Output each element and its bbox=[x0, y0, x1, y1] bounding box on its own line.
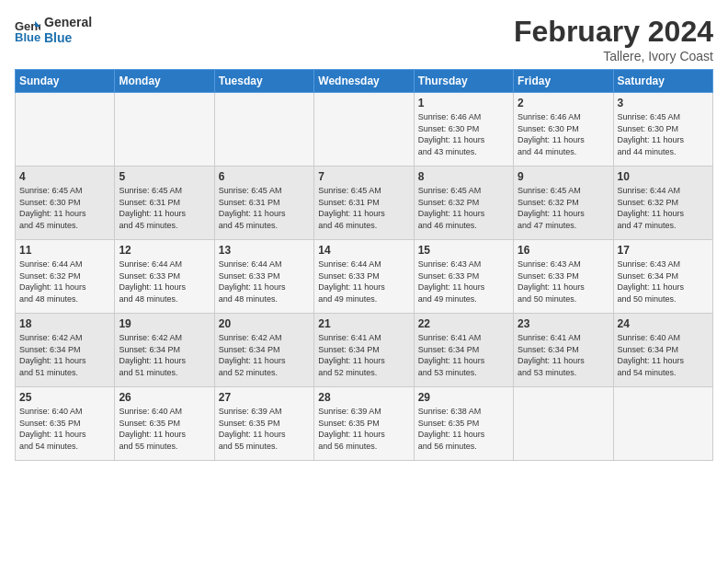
calendar-cell: 9Sunrise: 6:45 AM Sunset: 6:32 PM Daylig… bbox=[514, 167, 613, 240]
week-row-5: 25Sunrise: 6:40 AM Sunset: 6:35 PM Dayli… bbox=[16, 387, 713, 461]
day-number: 9 bbox=[518, 170, 609, 183]
day-content: Sunrise: 6:44 AM Sunset: 6:33 PM Dayligh… bbox=[219, 259, 310, 304]
location-subtitle: Tallere, Ivory Coast bbox=[514, 49, 713, 63]
day-content: Sunrise: 6:45 AM Sunset: 6:31 PM Dayligh… bbox=[119, 185, 210, 231]
day-content: Sunrise: 6:42 AM Sunset: 6:34 PM Dayligh… bbox=[219, 332, 310, 378]
day-number: 27 bbox=[219, 391, 310, 404]
day-content: Sunrise: 6:40 AM Sunset: 6:35 PM Dayligh… bbox=[119, 406, 210, 452]
logo-general: General bbox=[44, 15, 92, 30]
calendar-cell: 21Sunrise: 6:41 AM Sunset: 6:34 PM Dayli… bbox=[314, 314, 414, 387]
calendar-cell: 20Sunrise: 6:42 AM Sunset: 6:34 PM Dayli… bbox=[214, 314, 313, 387]
day-number: 4 bbox=[19, 170, 110, 183]
weekday-header-saturday: Saturday bbox=[613, 70, 712, 93]
calendar-cell: 28Sunrise: 6:39 AM Sunset: 6:35 PM Dayli… bbox=[314, 387, 414, 461]
calendar-cell: 25Sunrise: 6:40 AM Sunset: 6:35 PM Dayli… bbox=[16, 387, 115, 461]
day-content: Sunrise: 6:43 AM Sunset: 6:33 PM Dayligh… bbox=[518, 259, 609, 304]
day-content: Sunrise: 6:43 AM Sunset: 6:34 PM Dayligh… bbox=[618, 259, 709, 304]
day-number: 10 bbox=[618, 170, 709, 183]
day-number: 15 bbox=[418, 244, 509, 257]
day-number: 24 bbox=[618, 317, 709, 330]
weekday-header-row: SundayMondayTuesdayWednesdayThursdayFrid… bbox=[16, 70, 713, 93]
day-number: 2 bbox=[518, 97, 609, 109]
day-content: Sunrise: 6:44 AM Sunset: 6:32 PM Dayligh… bbox=[618, 185, 709, 231]
day-number: 17 bbox=[618, 244, 709, 257]
header: General Blue General Blue February 2024 … bbox=[15, 15, 713, 63]
calendar-cell: 22Sunrise: 6:41 AM Sunset: 6:34 PM Dayli… bbox=[414, 314, 513, 387]
day-content: Sunrise: 6:41 AM Sunset: 6:34 PM Dayligh… bbox=[518, 332, 609, 378]
day-number: 6 bbox=[219, 170, 310, 183]
calendar-cell: 24Sunrise: 6:40 AM Sunset: 6:34 PM Dayli… bbox=[613, 314, 712, 387]
day-content: Sunrise: 6:45 AM Sunset: 6:30 PM Dayligh… bbox=[19, 185, 110, 231]
day-number: 13 bbox=[219, 244, 310, 257]
logo-icon: General Blue bbox=[15, 17, 40, 43]
day-content: Sunrise: 6:44 AM Sunset: 6:33 PM Dayligh… bbox=[318, 259, 409, 304]
weekday-header-wednesday: Wednesday bbox=[314, 70, 414, 93]
calendar-cell: 14Sunrise: 6:44 AM Sunset: 6:33 PM Dayli… bbox=[314, 240, 414, 314]
title-area: February 2024 Tallere, Ivory Coast bbox=[514, 15, 713, 63]
day-content: Sunrise: 6:40 AM Sunset: 6:34 PM Dayligh… bbox=[618, 332, 709, 378]
day-content: Sunrise: 6:42 AM Sunset: 6:34 PM Dayligh… bbox=[19, 332, 110, 378]
day-number: 1 bbox=[418, 97, 509, 109]
calendar-cell: 29Sunrise: 6:38 AM Sunset: 6:35 PM Dayli… bbox=[414, 387, 513, 461]
calendar-cell bbox=[514, 387, 613, 461]
day-content: Sunrise: 6:42 AM Sunset: 6:34 PM Dayligh… bbox=[119, 332, 210, 378]
calendar-cell: 6Sunrise: 6:45 AM Sunset: 6:31 PM Daylig… bbox=[214, 167, 313, 240]
day-number: 26 bbox=[119, 391, 210, 404]
calendar-cell: 17Sunrise: 6:43 AM Sunset: 6:34 PM Dayli… bbox=[613, 240, 712, 314]
day-content: Sunrise: 6:45 AM Sunset: 6:31 PM Dayligh… bbox=[219, 185, 310, 231]
day-number: 21 bbox=[318, 317, 409, 330]
calendar-cell bbox=[613, 387, 712, 461]
day-number: 25 bbox=[19, 391, 110, 404]
calendar-cell: 23Sunrise: 6:41 AM Sunset: 6:34 PM Dayli… bbox=[514, 314, 613, 387]
calendar-cell: 27Sunrise: 6:39 AM Sunset: 6:35 PM Dayli… bbox=[214, 387, 313, 461]
day-number: 29 bbox=[418, 391, 509, 404]
day-number: 19 bbox=[119, 317, 210, 330]
calendar-cell: 12Sunrise: 6:44 AM Sunset: 6:33 PM Dayli… bbox=[115, 240, 214, 314]
calendar-cell: 1Sunrise: 6:46 AM Sunset: 6:30 PM Daylig… bbox=[414, 93, 513, 167]
calendar-cell: 4Sunrise: 6:45 AM Sunset: 6:30 PM Daylig… bbox=[16, 167, 115, 240]
day-number: 8 bbox=[418, 170, 509, 183]
day-content: Sunrise: 6:46 AM Sunset: 6:30 PM Dayligh… bbox=[518, 111, 609, 157]
day-number: 20 bbox=[219, 317, 310, 330]
calendar-cell: 26Sunrise: 6:40 AM Sunset: 6:35 PM Dayli… bbox=[115, 387, 214, 461]
day-content: Sunrise: 6:40 AM Sunset: 6:35 PM Dayligh… bbox=[19, 406, 110, 452]
day-number: 7 bbox=[318, 170, 409, 183]
day-content: Sunrise: 6:45 AM Sunset: 6:30 PM Dayligh… bbox=[618, 111, 709, 157]
calendar-cell: 15Sunrise: 6:43 AM Sunset: 6:33 PM Dayli… bbox=[414, 240, 513, 314]
week-row-4: 18Sunrise: 6:42 AM Sunset: 6:34 PM Dayli… bbox=[16, 314, 713, 387]
calendar-cell: 3Sunrise: 6:45 AM Sunset: 6:30 PM Daylig… bbox=[613, 93, 712, 167]
day-number: 23 bbox=[518, 317, 609, 330]
week-row-1: 1Sunrise: 6:46 AM Sunset: 6:30 PM Daylig… bbox=[16, 93, 713, 167]
day-content: Sunrise: 6:46 AM Sunset: 6:30 PM Dayligh… bbox=[418, 111, 509, 157]
day-content: Sunrise: 6:39 AM Sunset: 6:35 PM Dayligh… bbox=[219, 406, 310, 452]
day-content: Sunrise: 6:41 AM Sunset: 6:34 PM Dayligh… bbox=[418, 332, 509, 378]
calendar-table: SundayMondayTuesdayWednesdayThursdayFrid… bbox=[15, 69, 713, 461]
calendar-cell: 8Sunrise: 6:45 AM Sunset: 6:32 PM Daylig… bbox=[414, 167, 513, 240]
day-number: 5 bbox=[119, 170, 210, 183]
day-number: 28 bbox=[318, 391, 409, 404]
day-content: Sunrise: 6:44 AM Sunset: 6:33 PM Dayligh… bbox=[119, 259, 210, 304]
day-number: 18 bbox=[19, 317, 110, 330]
week-row-2: 4Sunrise: 6:45 AM Sunset: 6:30 PM Daylig… bbox=[16, 167, 713, 240]
day-content: Sunrise: 6:43 AM Sunset: 6:33 PM Dayligh… bbox=[418, 259, 509, 304]
logo-blue: Blue bbox=[44, 30, 92, 46]
calendar-cell bbox=[214, 93, 313, 167]
calendar-cell: 11Sunrise: 6:44 AM Sunset: 6:32 PM Dayli… bbox=[16, 240, 115, 314]
week-row-3: 11Sunrise: 6:44 AM Sunset: 6:32 PM Dayli… bbox=[16, 240, 713, 314]
calendar-cell: 13Sunrise: 6:44 AM Sunset: 6:33 PM Dayli… bbox=[214, 240, 313, 314]
day-content: Sunrise: 6:38 AM Sunset: 6:35 PM Dayligh… bbox=[418, 406, 509, 452]
calendar-cell bbox=[314, 93, 414, 167]
calendar-cell: 7Sunrise: 6:45 AM Sunset: 6:31 PM Daylig… bbox=[314, 167, 414, 240]
day-content: Sunrise: 6:39 AM Sunset: 6:35 PM Dayligh… bbox=[318, 406, 409, 452]
svg-text:Blue: Blue bbox=[15, 30, 40, 43]
day-number: 14 bbox=[318, 244, 409, 257]
day-content: Sunrise: 6:45 AM Sunset: 6:31 PM Dayligh… bbox=[318, 185, 409, 231]
weekday-header-thursday: Thursday bbox=[414, 70, 513, 93]
calendar-cell: 2Sunrise: 6:46 AM Sunset: 6:30 PM Daylig… bbox=[514, 93, 613, 167]
day-content: Sunrise: 6:45 AM Sunset: 6:32 PM Dayligh… bbox=[518, 185, 609, 231]
day-number: 16 bbox=[518, 244, 609, 257]
month-title: February 2024 bbox=[514, 15, 713, 49]
calendar-cell: 10Sunrise: 6:44 AM Sunset: 6:32 PM Dayli… bbox=[613, 167, 712, 240]
weekday-header-friday: Friday bbox=[514, 70, 613, 93]
day-number: 12 bbox=[119, 244, 210, 257]
